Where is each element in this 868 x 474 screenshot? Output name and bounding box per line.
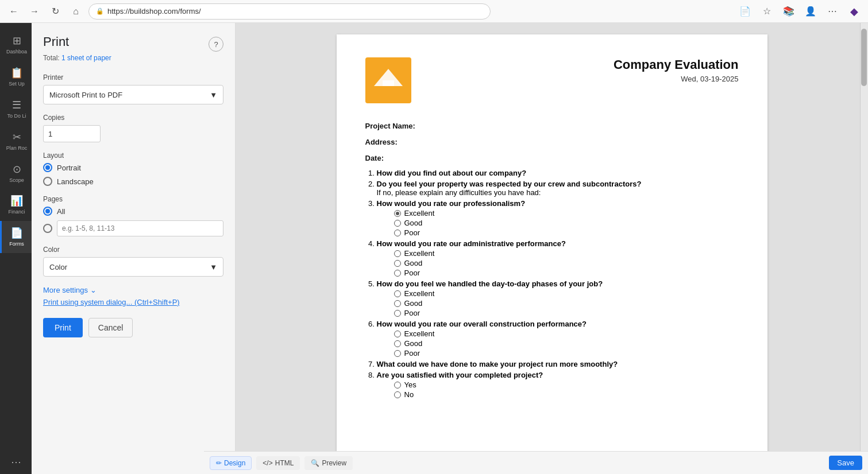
copies-input[interactable] [43,125,101,142]
main-layout: ⊞ Dashboa 📋 Set Up ☰ To Do Li ✂ Plan Roc… [0,23,868,474]
html-tab-label: HTML [275,459,294,467]
dashboard-icon: ⊞ [13,34,21,47]
profile-button[interactable]: 👤 [803,3,819,20]
question-3: How would you rate our professionalism? … [377,199,739,237]
print-panel: Print ? Total: 1 sheet of paper Printer … [32,23,236,474]
preview-icon: 🔍 [311,459,319,467]
q5-poor: Poor [394,309,739,317]
pages-custom-radio[interactable] [43,224,52,233]
q8-yes-radio [394,382,401,388]
scope-icon: ⊙ [13,163,21,176]
back-button[interactable]: ← [6,3,22,20]
sidebar-item-dashboard[interactable]: ⊞ Dashboa [0,29,32,61]
q3-text: How would you rate our professionalism? [377,199,526,208]
q2-text: Do you feel your property was respected … [377,180,642,188]
q5-excellent-radio [394,290,401,297]
more-settings-link[interactable]: More settings ⌄ [43,286,223,294]
printer-dropdown[interactable]: Microsoft Print to PDF ▼ [43,85,223,104]
layout-section: Layout Portrait Landscape [43,151,223,186]
pages-all-label: All [57,207,65,216]
pages-all-option[interactable]: All [43,207,223,216]
q4-good: Good [394,259,739,267]
print-system-label: Print using system dialog... (Ctrl+Shift… [43,298,180,306]
sidebar-item-scope[interactable]: ⊙ Scope [0,157,32,189]
q5-good: Good [394,299,739,308]
doc-title-block: Company Evaluation Wed, 03-19-2025 [614,57,739,83]
sidebar-item-setup[interactable]: 📋 Set Up [0,61,32,93]
sidebar-label-setup: Set Up [9,81,25,87]
print-button[interactable]: Print [43,318,83,337]
print-title: Print [43,34,69,49]
preview-area[interactable]: Company Evaluation Wed, 03-19-2025 Proje… [236,23,868,474]
question-6: How would you rate our overall construct… [377,320,739,358]
cancel-button[interactable]: Cancel [88,318,133,337]
pages-section: Pages All [43,195,223,236]
sidebar-label-forms: Forms [9,242,24,247]
preview-tab-label: Preview [322,459,346,467]
preview-tab-button[interactable]: 🔍 Preview [304,456,353,470]
logo-svg [371,63,406,98]
sidebar-item-financial[interactable]: 📊 Financi [0,189,32,221]
sidebar-label-todo: To Do Li [7,114,26,119]
q5-poor-label: Poor [404,309,420,317]
q3-good-radio [394,220,401,227]
more-settings-chevron: ⌄ [90,286,97,294]
more-tools-button[interactable]: ⋯ [824,3,840,20]
q8-no: No [394,390,739,399]
q7-text: What could we have done to make your pro… [377,360,618,368]
portrait-option[interactable]: Portrait [43,163,223,172]
landscape-label: Landscape [57,177,94,186]
sidebar-item-todo[interactable]: ☰ To Do Li [0,93,32,125]
more-settings-label: More settings [43,286,88,294]
forms-icon: 📄 [10,227,23,239]
pages-custom-input[interactable] [57,220,223,236]
color-value: Color [49,263,67,271]
browser-right-icons: 📄 ☆ 📚 👤 ⋯ ◆ [737,3,862,20]
preview-scrollbar[interactable] [860,23,868,474]
q3-good: Good [394,219,739,227]
date-label: Date: [365,154,384,162]
printer-dropdown-arrow: ▼ [210,91,217,99]
color-dropdown[interactable]: Color ▼ [43,257,223,277]
q4-excellent-label: Excellent [404,249,435,258]
refresh-button[interactable]: ↻ [47,3,63,20]
save-button[interactable]: Save [829,456,862,470]
q6-good-radio [394,340,401,347]
browser-chrome: ← → ↻ ⌂ 🔒 https://buildshop.com/forms/ 📄… [0,0,868,23]
q6-excellent-label: Excellent [404,329,435,338]
sidebar-item-planroom[interactable]: ✂ Plan Roc [0,125,32,157]
q8-no-radio [394,391,401,398]
question-1: How did you find out about our company? [377,169,739,177]
q3-excellent: Excellent [394,209,739,217]
print-help-button[interactable]: ? [209,37,223,52]
print-system-dialog-link[interactable]: Print using system dialog... (Ctrl+Shift… [43,298,223,306]
q8-text: Are you satisfied with your completed pr… [377,371,543,379]
landscape-option[interactable]: Landscape [43,177,223,186]
sidebar-more-button[interactable]: ⋯ [11,456,21,468]
collections-button[interactable]: 📚 [781,3,797,20]
sidebar-item-forms[interactable]: 📄 Forms [0,221,32,253]
pages-label: Pages [43,195,223,203]
q6-good-label: Good [404,339,423,348]
favorites-button[interactable]: ☆ [759,3,775,20]
landscape-radio[interactable] [43,177,52,186]
print-header: Print ? [43,34,223,52]
copies-label: Copies [43,114,223,122]
question-2: Do you feel your property was respected … [377,180,739,197]
sidebar-label-dashboard: Dashboa [6,49,27,55]
html-tab-button[interactable]: </> HTML [256,456,300,470]
financial-icon: 📊 [10,195,23,207]
home-button[interactable]: ⌂ [68,3,84,20]
forward-button[interactable]: → [26,3,43,20]
date-field: Date: [365,153,739,163]
reader-view-button[interactable]: 📄 [737,3,753,20]
portrait-radio[interactable] [43,163,52,172]
address-bar[interactable]: 🔒 https://buildshop.com/forms/ [88,3,491,20]
design-tab-button[interactable]: ✏ Design [236,456,252,470]
pages-all-radio[interactable] [43,207,52,216]
edge-button[interactable]: ◆ [846,3,862,20]
q5-poor-radio [394,310,401,317]
question-5: How do you feel we handled the day-to-da… [377,279,739,317]
q4-excellent-radio [394,250,401,257]
scrollbar-thumb [861,29,867,86]
